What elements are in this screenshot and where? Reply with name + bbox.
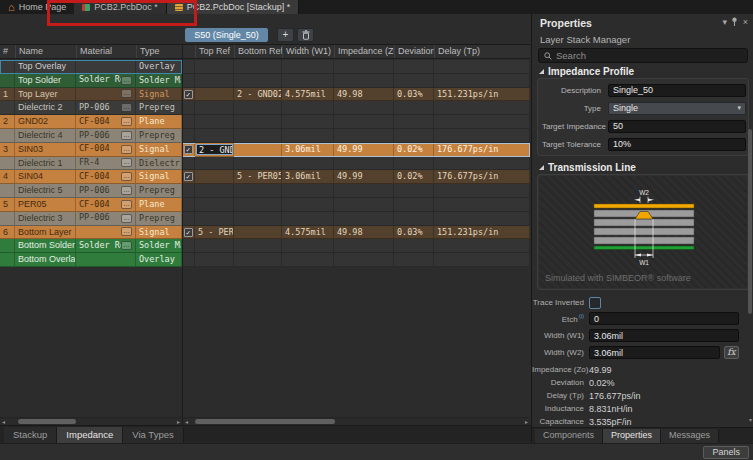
material-browse-button[interactable]: …	[121, 145, 132, 154]
tab-stackup[interactable]: Stackup	[4, 427, 57, 443]
panel-tab-messages[interactable]: Messages	[661, 429, 719, 443]
tab-pcb2-pcbdoc-stackup[interactable]: PCB2.PcbDoc [Stackup] *	[167, 0, 300, 14]
layer-row-bottom-layer[interactable]: 6Bottom Layer…Signal	[0, 226, 182, 240]
cell-deviation: 0.03%	[394, 226, 434, 240]
layer-row-sin04[interactable]: 4SIN04CF-004…Signal	[0, 170, 182, 184]
grid-splitter[interactable]	[182, 44, 183, 425]
layer-row-bottom-solder[interactable]: Bottom SolderSolder Resist…Solder Mask	[0, 239, 182, 253]
add-profile-button[interactable]: +	[277, 28, 294, 42]
layer-row-sin03[interactable]: 3SIN03CF-004…Signal	[0, 143, 182, 157]
material-browse-button[interactable]: …	[121, 241, 132, 250]
properties-panel: Properties ▾ × Layer Stack Manager Imped…	[531, 14, 753, 443]
column-header-delay-tp[interactable]: Delay (Tp)	[434, 45, 530, 58]
material-browse-button[interactable]: …	[121, 89, 132, 98]
material-browse-button[interactable]: …	[121, 186, 132, 195]
scrollbar-thumb[interactable]	[18, 419, 76, 424]
column-header-top-ref[interactable]: Top Ref	[195, 45, 234, 58]
panel-tab-components[interactable]: Components	[535, 429, 603, 443]
chevron-down-icon[interactable]: ▾	[722, 17, 727, 27]
impedance-row-bottom-layer[interactable]: ✓5 - PER054.575mil49.980.03%151.231ps/in	[182, 226, 530, 240]
column-header-name[interactable]: Name	[15, 45, 76, 58]
description-field[interactable]	[608, 84, 746, 97]
column-header-enabled[interactable]	[182, 45, 195, 58]
scrollbar-thumb[interactable]	[195, 419, 335, 424]
material-browse-button[interactable]: …	[121, 76, 132, 85]
collapse-triangle-icon	[539, 69, 544, 74]
layer-row-dielectric-5[interactable]: Dielectric 5PP-006…Prepreg	[0, 184, 182, 198]
tab-via-types[interactable]: Via Types	[123, 427, 183, 443]
cell-deviation	[394, 157, 434, 171]
material-browse-button[interactable]: …	[121, 200, 132, 209]
layer-row-bottom-overlay[interactable]: Bottom OverlayOverlay	[0, 253, 182, 267]
layer-row-top-solder[interactable]: Top SolderSolder Resist…Solder Mask	[0, 74, 182, 88]
impedance-row-top-layer[interactable]: ✓2 - GND024.575mil49.980.03%151.231ps/in	[182, 88, 530, 102]
pin-icon[interactable]	[731, 17, 738, 28]
type-dropdown[interactable]: Single ▾	[608, 102, 746, 115]
impedance-row-sin04[interactable]: ✓5 - PER053.06mil49.990.02%176.677ps/in	[182, 170, 530, 184]
column-header-bottom-ref[interactable]: Bottom Ref	[234, 45, 282, 58]
etch-field[interactable]	[589, 312, 739, 325]
column-header-impedance-z0[interactable]: Impedance (Z0)	[334, 45, 394, 58]
cell-enabled	[182, 115, 195, 129]
section-transmission-line[interactable]: Transmission Line	[539, 162, 636, 173]
panels-button[interactable]: Panels	[703, 446, 749, 459]
column-header-[interactable]: #	[0, 45, 15, 58]
target-tolerance-field[interactable]	[608, 138, 746, 151]
material-name: Solder Resist	[79, 74, 121, 87]
impedance-checkbox[interactable]: ✓	[184, 145, 193, 154]
delete-profile-button[interactable]	[297, 28, 314, 42]
width-w1-field[interactable]	[589, 329, 739, 342]
cell-index	[0, 239, 15, 253]
impedance-profile-button[interactable]: S50 (Single_50)	[185, 28, 268, 42]
trash-icon	[302, 30, 310, 40]
panel-tab-properties[interactable]: Properties	[603, 429, 661, 443]
search-input[interactable]	[556, 50, 742, 61]
layer-row-top-layer[interactable]: 1Top Layer…Signal	[0, 88, 182, 102]
ref-edit-cell[interactable]: 2 - GND02	[196, 144, 233, 155]
tab-pcb2-pcbdoc[interactable]: PCB2.PcbDoc *	[74, 0, 167, 14]
material-browse-button[interactable]: …	[121, 158, 132, 167]
cell-type: Signal	[136, 170, 182, 184]
properties-vscrollbar-thumb[interactable]	[748, 129, 752, 314]
transmission-line-diagram: W2	[539, 188, 747, 266]
material-browse-button[interactable]: …	[121, 103, 132, 112]
impedance-checkbox[interactable]: ✓	[184, 172, 193, 181]
layer-row-dielectric-4[interactable]: Dielectric 4PP-006…Prepreg	[0, 129, 182, 143]
material-browse-button[interactable]: …	[121, 131, 132, 140]
impedance-row-sin03[interactable]: ✓2 - GND023.06mil49.990.02%176.677ps/in	[182, 143, 530, 157]
layer-row-top-overlay[interactable]: Top OverlayOverlay	[0, 60, 182, 74]
section-impedance-profile[interactable]: Impedance Profile	[539, 66, 634, 77]
column-header-width-w1[interactable]: Width (W1)	[282, 45, 334, 58]
material-browse-button[interactable]: …	[121, 172, 132, 181]
impedance-checkbox[interactable]: ✓	[184, 90, 193, 99]
cell-deviation	[394, 253, 434, 267]
trace-inverted-checkbox[interactable]	[589, 297, 601, 309]
column-header-deviation[interactable]: Deviation	[394, 45, 434, 58]
scroll-down-icon[interactable]: ▾	[749, 417, 752, 423]
layer-row-dielectric-2[interactable]: Dielectric 2PP-006…Prepreg	[0, 101, 182, 115]
layer-row-dielectric-1[interactable]: Dielectric 1FR-4…Dielectric	[0, 157, 182, 171]
impedance-checkbox[interactable]: ✓	[184, 228, 193, 237]
layer-row-gnd02[interactable]: 2GND02CF-004…Plane	[0, 115, 182, 129]
material-browse-button[interactable]: …	[121, 214, 132, 223]
column-header-material[interactable]: Material	[76, 45, 136, 58]
target-impedance-field[interactable]	[608, 120, 746, 133]
material-browse-button[interactable]: …	[121, 117, 132, 126]
cell-bottom-ref	[234, 253, 282, 267]
cell-width-w1	[282, 115, 334, 129]
equation-fx-button[interactable]: fx	[724, 346, 739, 359]
cell-material	[76, 60, 136, 74]
tab-impedance[interactable]: Impedance	[57, 427, 123, 443]
properties-search-box[interactable]	[538, 48, 748, 63]
material-browse-button[interactable]: …	[121, 227, 132, 236]
column-header-type[interactable]: Type	[136, 45, 182, 58]
left-table-hscrollbar[interactable]: ◂ ▸	[0, 417, 182, 425]
width-w2-field[interactable]	[589, 346, 720, 359]
tab-home-page[interactable]: ⌂ Home Page	[0, 0, 74, 14]
layer-row-per05[interactable]: 5PER05CF-004…Plane	[0, 198, 182, 212]
close-icon[interactable]: ×	[743, 17, 748, 27]
layer-row-dielectric-3[interactable]: Dielectric 3PP-006…Prepreg	[0, 212, 182, 226]
impedance-grid-hscrollbar[interactable]: ◂ ▸	[183, 417, 530, 425]
cell-index: 4	[0, 170, 15, 184]
cell-delay	[434, 212, 530, 226]
